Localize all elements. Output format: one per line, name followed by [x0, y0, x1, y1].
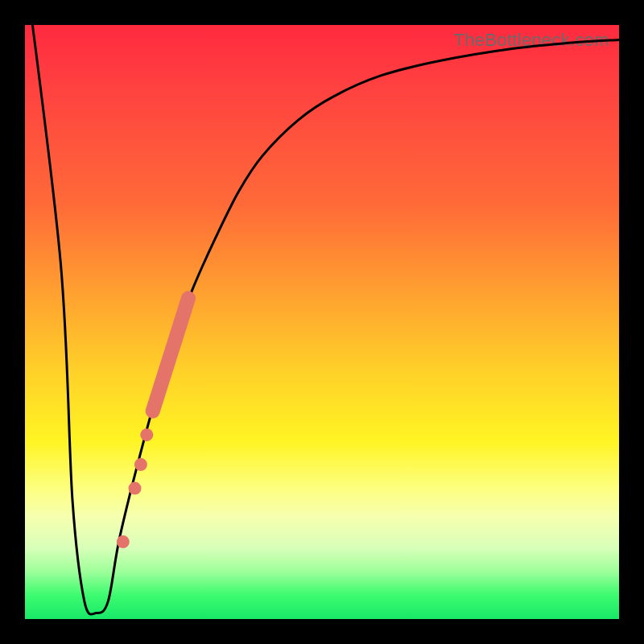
chart-frame: TheBottleneck.com: [0, 0, 644, 644]
marker-bar: [153, 299, 188, 411]
marker-dot: [134, 458, 147, 471]
highlight-markers: [117, 299, 188, 549]
marker-dot: [129, 482, 142, 495]
plot-area: TheBottleneck.com: [25, 25, 619, 619]
marker-dot: [117, 535, 130, 548]
bottleneck-curve: [25, 0, 619, 614]
chart-svg: [25, 25, 619, 619]
marker-dot: [140, 428, 153, 441]
